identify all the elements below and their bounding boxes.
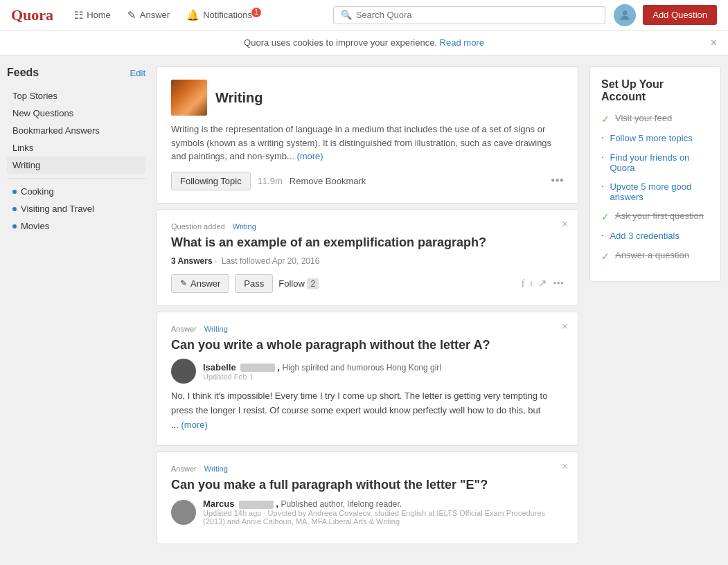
setup-card: Set Up Your Account ✓ Visit your feed · … xyxy=(589,66,721,282)
setup-item-4: ✓ Ask your first question xyxy=(601,210,709,222)
question-stats: 3 Answers · Last followed Apr 20, 2016 xyxy=(171,256,564,266)
setup-link-2[interactable]: Find your friends on Quora xyxy=(610,152,709,173)
question-actions: ✎ Answer Pass Follow 2 f t ↗ ••• xyxy=(171,274,564,293)
sidebar-item-visiting-travel[interactable]: Visiting and Travel xyxy=(7,200,145,217)
twitter-icon[interactable]: t xyxy=(531,278,533,289)
answer-2-meta: Answer · Writing xyxy=(171,465,564,473)
more-icon[interactable]: ••• xyxy=(553,278,564,289)
answer-1-author-info: Isabelle , High spirited and humorous Ho… xyxy=(203,362,441,381)
setup-item-6: ✓ Answer a question xyxy=(601,250,709,262)
nav-answer[interactable]: ✎ Answer xyxy=(121,5,177,26)
answer-2-question-title: Can you make a full paragraph without th… xyxy=(171,477,564,493)
nav-answer-label: Answer xyxy=(140,10,170,20)
cookie-close-button[interactable]: × xyxy=(711,37,717,49)
sidebar-edit-button[interactable]: Edit xyxy=(130,68,145,78)
follow-button[interactable]: Follow 2 xyxy=(278,278,319,289)
setup-title: Set Up Your Account xyxy=(601,78,709,103)
setup-link-5[interactable]: Add 3 credentials xyxy=(610,231,679,241)
answer-card-2: × Answer · Writing Can you make a full p… xyxy=(157,451,578,544)
answer-2-topic-link[interactable]: Writing xyxy=(204,465,228,473)
sidebar-divider xyxy=(7,178,145,179)
sidebar: Feeds Edit Top Stories New Questions Boo… xyxy=(7,66,145,544)
question-card-close[interactable]: × xyxy=(562,218,568,231)
answer-1-topic-link[interactable]: Writing xyxy=(204,325,228,333)
bullet-icon-5: · xyxy=(601,229,604,242)
feed: Writing Writing is the representation of… xyxy=(157,66,578,544)
right-panel: Set Up Your Account ✓ Visit your feed · … xyxy=(589,66,721,544)
follower-count: 11.9m xyxy=(258,176,283,186)
answer-card-1: × Answer · Writing Can you write a whole… xyxy=(157,312,578,446)
sidebar-item-bookmarked-answers[interactable]: Bookmarked Answers xyxy=(7,122,145,139)
topic-description: Writing is the representation of languag… xyxy=(171,123,564,163)
notification-badge: 1 xyxy=(251,8,261,17)
checkmark-icon-0: ✓ xyxy=(601,114,610,125)
search-input[interactable] xyxy=(356,10,598,20)
answer-1-author-name: Isabelle , High spirited and humorous Ho… xyxy=(203,362,441,373)
search-icon: 🔍 xyxy=(341,10,352,21)
avatar[interactable] xyxy=(614,4,636,26)
sidebar-item-new-questions[interactable]: New Questions xyxy=(7,105,145,122)
topic-image xyxy=(171,80,207,116)
nav-links: ☷ Home ✎ Answer 🔔 Notifications 1 xyxy=(67,5,325,26)
sidebar-item-cooking[interactable]: Cooking xyxy=(7,183,145,200)
answer-1-author: Isabelle , High spirited and humorous Ho… xyxy=(171,359,564,384)
topic-actions: Following Topic 11.9m Remove Bookmark ••… xyxy=(171,172,564,190)
sidebar-title: Feeds xyxy=(7,66,39,79)
add-question-button[interactable]: Add Question xyxy=(643,5,717,25)
question-card: × Question added · Writing What is an ex… xyxy=(157,209,578,306)
answer-1-more-link[interactable]: (more) xyxy=(181,420,207,430)
cookie-banner: Quora uses cookies to improve your exper… xyxy=(0,30,728,55)
share-icon[interactable]: ↗ xyxy=(538,277,547,289)
pencil-icon: ✎ xyxy=(180,278,187,288)
nav-notifications-label: Notifications xyxy=(203,10,252,20)
setup-link-3[interactable]: Upvote 5 more good answers xyxy=(610,181,709,202)
answer-card-2-close[interactable]: × xyxy=(562,460,568,473)
remove-bookmark-button[interactable]: Remove Bookmark xyxy=(290,176,366,186)
facebook-icon[interactable]: f xyxy=(522,278,525,289)
home-icon: ☷ xyxy=(74,9,83,21)
cookie-read-more[interactable]: Read more xyxy=(440,37,484,48)
dot-icon xyxy=(12,224,17,228)
topic-more-link[interactable]: (more) xyxy=(296,151,323,161)
setup-item-2: · Find your friends on Quora xyxy=(601,152,709,173)
answer-icon: ✎ xyxy=(127,9,136,21)
bullet-icon-2: · xyxy=(601,151,604,163)
checkmark-icon-4: ✓ xyxy=(601,211,610,222)
setup-link-1[interactable]: Follow 5 more topics xyxy=(610,133,692,143)
cookie-text: Quora uses cookies to improve your exper… xyxy=(244,37,437,48)
answer-2-author: Marcus , Published author, lifelong read… xyxy=(171,499,564,526)
sidebar-item-links[interactable]: Links xyxy=(7,139,145,156)
answer-1-meta: Answer · Writing xyxy=(171,325,564,333)
sidebar-item-writing[interactable]: Writing xyxy=(7,156,145,174)
pass-button[interactable]: Pass xyxy=(235,274,273,293)
setup-item-0: ✓ Visit your feed xyxy=(601,113,709,125)
follow-count: 2 xyxy=(307,278,319,289)
answer-button[interactable]: ✎ Answer xyxy=(171,274,229,293)
answer-1-question-title: Can you write a whole paragraph without … xyxy=(171,337,564,353)
question-topic-link[interactable]: Writing xyxy=(233,222,256,231)
author-2-name-blurred xyxy=(239,501,274,509)
question-meta: Question added · Writing xyxy=(171,222,564,231)
sidebar-item-top-stories[interactable]: Top Stories xyxy=(7,87,145,105)
question-title: What is an example of an exemplification… xyxy=(171,235,564,251)
svg-point-0 xyxy=(623,10,628,15)
setup-link-0[interactable]: Visit your feed xyxy=(615,113,672,123)
quora-logo[interactable]: Quora xyxy=(11,6,53,24)
setup-link-6[interactable]: Answer a question xyxy=(615,250,689,260)
sidebar-item-movies[interactable]: Movies xyxy=(7,217,145,235)
topic-more-button[interactable]: ••• xyxy=(551,174,564,188)
answer-2-avatar xyxy=(171,500,196,525)
following-topic-button[interactable]: Following Topic xyxy=(171,172,251,190)
setup-item-3: · Upvote 5 more good answers xyxy=(601,181,709,202)
search-bar: 🔍 xyxy=(333,6,606,24)
setup-link-4[interactable]: Ask your first question xyxy=(615,210,704,221)
sidebar-header: Feeds Edit xyxy=(7,66,145,79)
setup-item-5: · Add 3 credentials xyxy=(601,231,709,242)
nav-notifications[interactable]: 🔔 Notifications 1 xyxy=(179,5,268,26)
answer-card-1-close[interactable]: × xyxy=(562,321,568,333)
dot-icon xyxy=(12,190,17,194)
sidebar-list: Top Stories New Questions Bookmarked Ans… xyxy=(7,87,145,174)
nav-home[interactable]: ☷ Home xyxy=(67,5,118,26)
answer-1-avatar xyxy=(171,359,196,384)
main-layout: Feeds Edit Top Stories New Questions Boo… xyxy=(0,55,728,555)
